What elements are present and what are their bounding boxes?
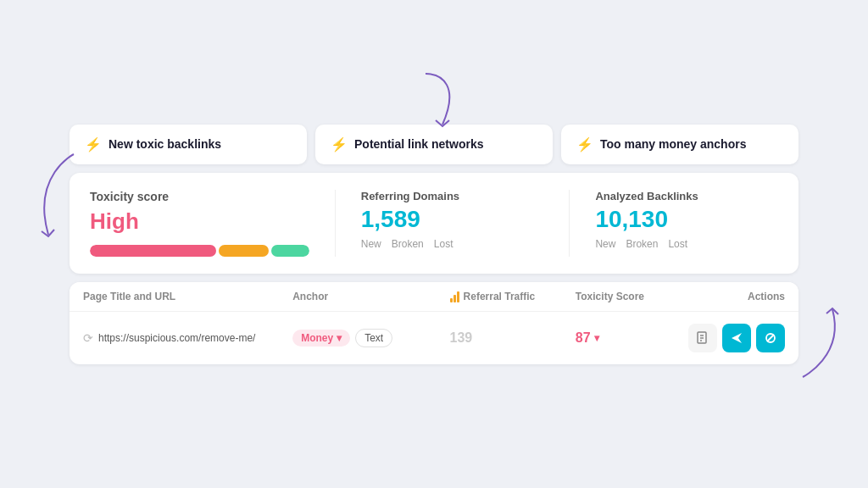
bar-chart-icon — [450, 291, 459, 302]
alert-card-anchors[interactable]: ⚡ Too many money anchors — [561, 125, 798, 164]
row-toxicity: 87 ▾ — [576, 330, 681, 346]
col-header-referral: Referral Traffic — [450, 291, 576, 302]
bolt-icon-networks: ⚡ — [331, 136, 348, 152]
bl-lost: Lost — [668, 238, 687, 250]
backlinks-table: Page Title and URL Anchor Referral Traff… — [70, 282, 798, 364]
bl-broken: Broken — [626, 238, 658, 250]
alert-label-anchors: Too many money anchors — [600, 137, 746, 151]
col-header-toxicity: Toxicity Score — [576, 291, 681, 302]
ref-new: New — [361, 238, 381, 250]
toxicity-chevron-icon[interactable]: ▾ — [594, 332, 599, 344]
report-button[interactable] — [688, 324, 717, 352]
tag-money[interactable]: Money ▾ — [292, 330, 350, 347]
send-button[interactable] — [722, 324, 751, 352]
toxicity-title: Toxicity score — [90, 190, 309, 203]
alert-label-networks: Potential link networks — [354, 137, 483, 151]
referring-domains-sub: New Broken Lost — [361, 238, 544, 250]
row-actions — [680, 324, 785, 352]
table-row: ⟳ https://suspicious.com/remove-me/ Mone… — [70, 312, 798, 364]
tag-text[interactable]: Text — [355, 329, 392, 347]
bolt-icon-toxic: ⚡ — [85, 136, 102, 152]
ref-lost: Lost — [434, 238, 453, 250]
bar-green — [271, 245, 309, 257]
col-header-page: Page Title and URL — [83, 291, 292, 302]
ref-broken: Broken — [392, 238, 424, 250]
toxicity-level: High — [90, 208, 309, 235]
bolt-icon-anchors: ⚡ — [576, 136, 593, 152]
alert-label-toxic: New toxic backlinks — [108, 137, 221, 151]
row-page-url: ⟳ https://suspicious.com/remove-me/ — [83, 331, 292, 345]
referring-domains-value: 1,589 — [361, 206, 544, 233]
row-anchor: Money ▾ Text — [292, 329, 449, 347]
table-header: Page Title and URL Anchor Referral Traff… — [70, 282, 798, 312]
stats-card: Toxicity score High Referring Domains 1,… — [70, 173, 798, 274]
row-referral: 139 — [450, 330, 576, 346]
alert-card-toxic[interactable]: ⚡ New toxic backlinks — [70, 125, 307, 164]
bl-new: New — [595, 238, 615, 250]
referring-domains-section: Referring Domains 1,589 New Broken Lost — [336, 190, 570, 257]
toxicity-score-value: 87 — [576, 330, 591, 346]
col-header-anchor: Anchor — [292, 291, 449, 302]
bar-orange — [219, 245, 269, 257]
svg-line-5 — [767, 335, 774, 341]
backlinks-title: Analyzed Backlinks — [595, 190, 778, 202]
chevron-down-icon: ▾ — [337, 332, 342, 344]
block-button[interactable] — [756, 324, 785, 352]
bar-red — [90, 245, 216, 257]
url-text: https://suspicious.com/remove-me/ — [98, 332, 255, 344]
backlinks-sub: New Broken Lost — [595, 238, 778, 250]
link-icon: ⟳ — [83, 331, 93, 345]
toxicity-progress-bar — [90, 245, 309, 257]
backlinks-value: 10,130 — [595, 206, 778, 233]
analyzed-backlinks-section: Analyzed Backlinks 10,130 New Broken Los… — [570, 190, 778, 257]
referring-domains-title: Referring Domains — [361, 190, 544, 202]
toxicity-section: Toxicity score High — [90, 190, 336, 257]
col-header-actions: Actions — [680, 291, 785, 302]
